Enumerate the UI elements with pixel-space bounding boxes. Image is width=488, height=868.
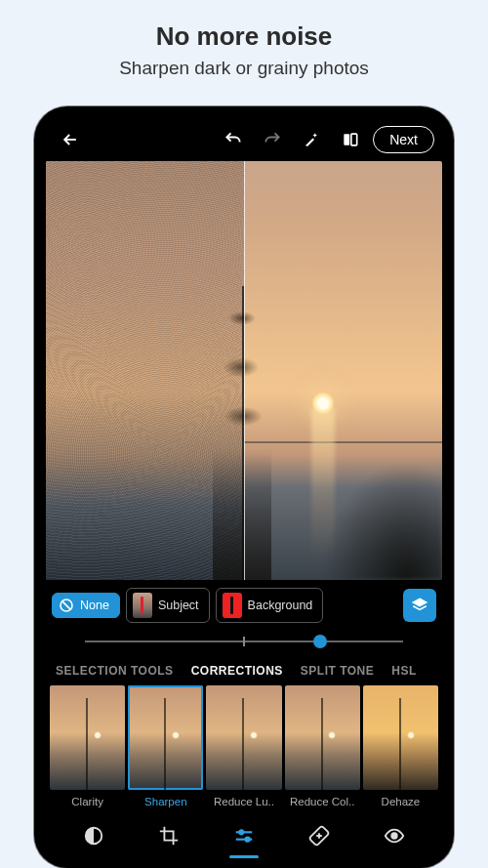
auto-enhance-button[interactable] (295, 123, 328, 156)
split-divider[interactable] (244, 161, 245, 580)
compare-button[interactable] (334, 123, 367, 156)
category-tabs: SELECTION TOOLS CORRECTIONS SPLIT TONE H… (46, 654, 442, 685)
filter-reduce-luminance-thumb (206, 685, 281, 790)
tab-split-tone[interactable]: SPLIT TONE (301, 664, 374, 678)
image-canvas[interactable] (46, 161, 442, 580)
next-button[interactable]: Next (373, 126, 434, 153)
mask-none-chip[interactable]: None (52, 593, 120, 618)
heal-icon (308, 825, 330, 847)
back-arrow-icon (61, 130, 80, 149)
sliders-icon (232, 825, 256, 847)
filter-reduce-color-label: Reduce Col.. (290, 796, 354, 807)
nav-redeye[interactable] (376, 821, 413, 850)
eye-icon (383, 825, 406, 847)
mask-background-chip[interactable]: Background (216, 588, 324, 623)
nav-heal[interactable] (301, 821, 338, 850)
tab-selection-tools[interactable]: SELECTION TOOLS (56, 664, 174, 678)
slider-thumb[interactable] (313, 635, 327, 648)
redo-button[interactable] (256, 123, 289, 156)
filter-reduce-luminance[interactable]: Reduce Lu.. (206, 685, 281, 807)
back-button[interactable] (54, 123, 87, 156)
filter-sharpen-thumb (128, 685, 203, 790)
mask-subject-chip[interactable]: Subject (126, 588, 210, 623)
layers-button[interactable] (403, 589, 436, 622)
undo-button[interactable] (217, 123, 250, 156)
tab-corrections[interactable]: CORRECTIONS (191, 664, 283, 678)
looks-icon (83, 825, 104, 847)
plant-silhouette (213, 253, 271, 579)
svg-point-7 (392, 833, 398, 839)
svg-point-4 (239, 830, 243, 834)
nav-adjust[interactable] (225, 821, 263, 850)
filter-dehaze-label: Dehaze (382, 796, 421, 807)
magic-wand-icon (303, 131, 320, 148)
before-after-icon (341, 130, 360, 149)
tab-hsl[interactable]: HSL (391, 664, 417, 678)
filter-dehaze-thumb (363, 685, 438, 790)
background-thumb (223, 593, 242, 618)
svg-rect-1 (351, 134, 357, 145)
crop-icon (158, 825, 180, 847)
layers-icon (411, 597, 428, 614)
filter-clarity-thumb (50, 685, 125, 790)
sun (311, 392, 335, 415)
no-entry-icon (59, 598, 74, 613)
filter-reduce-luminance-label: Reduce Lu.. (214, 796, 274, 807)
mask-subject-label: Subject (158, 599, 199, 612)
filter-reduce-color-thumb (285, 685, 360, 790)
nav-looks[interactable] (75, 821, 112, 850)
filter-clarity[interactable]: Clarity (50, 685, 125, 807)
filter-strip: Clarity Sharpen Reduce Lu.. Reduce Col..… (46, 685, 442, 807)
editor-topbar: Next (46, 118, 442, 161)
subject-thumb (133, 593, 152, 618)
mask-background-label: Background (248, 599, 313, 612)
foreground-blur-right (323, 463, 442, 580)
mask-selector-row: None Subject Background (46, 580, 442, 627)
intensity-slider-wrap (46, 627, 442, 654)
slider-center-tick (243, 637, 245, 646)
redo-icon (263, 130, 282, 149)
filter-dehaze[interactable]: Dehaze (363, 685, 438, 807)
intensity-slider[interactable] (85, 633, 403, 650)
filter-reduce-color[interactable]: Reduce Col.. (285, 685, 360, 807)
nav-crop[interactable] (150, 821, 187, 850)
svg-rect-0 (345, 134, 350, 145)
filter-clarity-label: Clarity (71, 796, 103, 807)
promo-title: No more noise (156, 21, 333, 52)
mask-none-label: None (80, 599, 109, 612)
undo-icon (224, 130, 243, 149)
promo-subtitle: Sharpen dark or grainy photos (119, 58, 369, 79)
svg-point-5 (246, 838, 250, 842)
bottom-nav (46, 807, 442, 856)
filter-sharpen-label: Sharpen (144, 796, 186, 807)
filter-sharpen[interactable]: Sharpen (128, 685, 203, 807)
phone-frame: Next None Subject Background (34, 106, 454, 868)
